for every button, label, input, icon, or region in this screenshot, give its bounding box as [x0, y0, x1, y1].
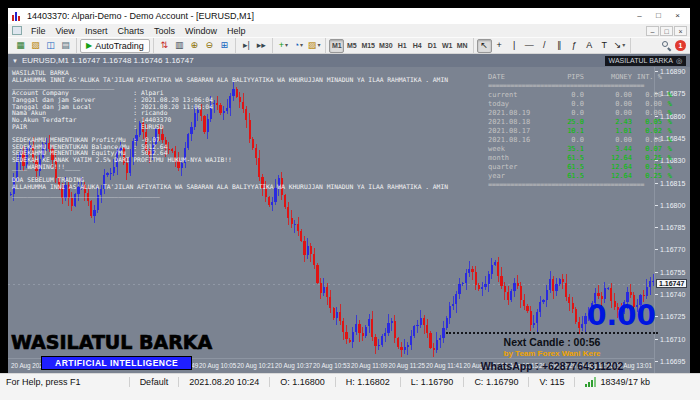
- market-watch-icon[interactable]: ◫: [43, 39, 58, 53]
- tf-mn[interactable]: MN: [455, 39, 470, 53]
- status-low: L: 1.16790: [400, 377, 464, 387]
- stats-row: 2021.08.160.00.000.00%: [488, 136, 676, 145]
- signal-value: 0.00: [446, 302, 658, 329]
- tf-d1[interactable]: D1: [425, 39, 440, 53]
- stats-pips: 35.1: [552, 145, 584, 154]
- zoom-out-icon[interactable]: ⊖: [202, 39, 217, 53]
- team-credit: by Team Forex Wani Kere: [446, 349, 658, 358]
- price-label: 1.16740: [660, 291, 685, 298]
- indicator-badge: WASILATUL BARKA ◎: [605, 56, 686, 66]
- navigator-icon[interactable]: ▤: [58, 39, 73, 53]
- stats-row: month61.512.640.25%: [488, 154, 676, 163]
- stats-pct: 0.00: [632, 109, 662, 118]
- window-titlebar: 14403370: Alpari-Demo - Demo Account - […: [8, 8, 690, 24]
- menu-help[interactable]: Help: [222, 26, 251, 36]
- horizontal-line-icon[interactable]: —: [522, 39, 537, 53]
- new-order-icon[interactable]: ⇅: [157, 39, 172, 53]
- templates-icon[interactable]: ▨▾: [306, 39, 323, 53]
- status-open: O: 1.16800: [269, 377, 335, 387]
- menu-window[interactable]: Window: [180, 26, 222, 36]
- status-volume: V: 115: [528, 377, 574, 387]
- menu-charts[interactable]: Charts: [112, 26, 149, 36]
- arrows-icon[interactable]: ↘▾: [612, 39, 628, 53]
- toolbar-group-drawing: ↖+|—/∥ƒAT↘▾: [474, 38, 632, 53]
- stats-label: today: [488, 100, 552, 109]
- chart-bars-icon[interactable]: ▥: [172, 39, 187, 53]
- autotrading-label: AutoTrading: [95, 41, 144, 51]
- vertical-line-icon[interactable]: |: [507, 39, 522, 53]
- search-icon[interactable]: [662, 41, 671, 50]
- branding: WASILATUL BARKA ARTIFICIAL INTELLIGENCE: [11, 332, 212, 370]
- stats-header: MONEY: [584, 73, 632, 82]
- indicator-badge-icon[interactable]: ◎: [676, 57, 682, 65]
- stats-money: 3.44: [584, 145, 632, 154]
- status-time: 2021.08.20 10:24: [178, 377, 269, 387]
- tf-w1[interactable]: W1: [440, 39, 455, 53]
- chart-menu-triangle-icon[interactable]: ▼: [12, 58, 18, 64]
- tile-windows-icon[interactable]: ⊞: [217, 39, 232, 53]
- zoom-in-icon[interactable]: ⊕: [187, 39, 202, 53]
- desktop: 14403370: Alpari-Demo - Demo Account - […: [0, 0, 700, 400]
- menu-insert[interactable]: Insert: [80, 26, 113, 36]
- chart-menu-icon[interactable]: [12, 26, 22, 35]
- tf-m15[interactable]: M15: [359, 39, 377, 53]
- signal-divider: [446, 332, 658, 334]
- stats-row: quarter61.512.640.25%: [488, 163, 676, 172]
- close-button[interactable]: ×: [669, 10, 686, 22]
- stats-pct: 0.00: [632, 91, 662, 100]
- stats-row: today0.00.000.00%: [488, 100, 676, 109]
- tf-h1[interactable]: H1: [395, 39, 410, 53]
- tf-m1[interactable]: M1: [329, 39, 344, 53]
- toolbar-group-timeframes: M1M5M15M30H1H4D1W1MN: [326, 38, 473, 53]
- maximize-button[interactable]: □: [650, 10, 667, 22]
- tf-m5[interactable]: M5: [344, 39, 359, 53]
- price-label: 1.16800: [660, 202, 685, 209]
- text-label-icon[interactable]: T: [597, 39, 612, 53]
- minimize-button[interactable]: –: [631, 10, 648, 22]
- menu-view[interactable]: View: [51, 26, 80, 36]
- status-traffic: 18349/17 kb: [600, 377, 650, 387]
- step-forward-icon[interactable]: ▸|: [239, 39, 254, 53]
- tf-h4[interactable]: H4: [410, 39, 425, 53]
- chart-title: EURUSD,M1 1.16747 1.16748 1.16746 1.1674…: [22, 56, 194, 65]
- menu-tools[interactable]: Tools: [149, 26, 180, 36]
- indicator-badge-label: WASILATUL BARKA: [609, 57, 673, 64]
- cursor-icon[interactable]: ↖: [477, 39, 492, 53]
- stats-header-spacer: [662, 73, 672, 82]
- stats-pct-sign: %: [662, 163, 672, 172]
- stats-pct: 0.25: [632, 154, 662, 163]
- trendline-icon[interactable]: /: [537, 39, 552, 53]
- child-minimize-button[interactable]: –: [646, 26, 659, 36]
- notification-badge[interactable]: 1: [675, 40, 686, 51]
- menu-file[interactable]: File: [26, 26, 51, 36]
- text-icon[interactable]: A: [582, 39, 597, 53]
- stats-table: DATEPIPSMONEYINT. % ====================…: [488, 73, 676, 190]
- tf-m30[interactable]: M30: [377, 39, 395, 53]
- stats-money: 12.64: [584, 154, 632, 163]
- stats-money: 0.00: [584, 136, 632, 145]
- connection-bars-icon: [585, 377, 596, 387]
- window-title: 14403370: Alpari-Demo - Demo Account - […: [27, 11, 631, 21]
- profiles-icon[interactable]: ▧: [28, 39, 43, 53]
- crosshair-icon[interactable]: +: [492, 39, 507, 53]
- new-chart-icon[interactable]: ▦: [13, 39, 28, 53]
- channel-icon[interactable]: ∥: [552, 39, 567, 53]
- indicators-icon[interactable]: +▾: [276, 39, 291, 53]
- toolbar-group-autotrading: ▶AutoTrading: [77, 38, 154, 53]
- child-restore-button[interactable]: □: [660, 26, 673, 36]
- branding-subtitle: ARTIFICIAL INTELLIGENCE: [41, 356, 192, 370]
- time-label: 20 Aug 10:21: [237, 362, 274, 369]
- periods-icon[interactable]: ◔▾: [291, 39, 306, 53]
- status-help: For Help, press F1: [6, 377, 81, 387]
- account-info-overlay: WASILATUL BARKAALLAHUMMA INNI AS'ALUKA T…: [12, 70, 448, 197]
- stats-money: 12.64: [584, 163, 632, 172]
- child-close-button[interactable]: ×: [674, 26, 687, 36]
- fibonacci-icon[interactable]: ƒ: [567, 39, 582, 53]
- stats-table-rows: current0.00.000.00%today0.00.000.00%2021…: [488, 91, 676, 181]
- toolbar-group-windows: ⇅▥⊕⊖⊞: [154, 38, 236, 53]
- toolbar: ▦▧◫▤▶AutoTrading⇅▥⊕⊖⊞▸|▸▸+▾◔▾▨▾M1M5M15M3…: [8, 37, 690, 54]
- stats-separator-top: ========================================…: [488, 82, 676, 91]
- step-end-icon[interactable]: ▸▸: [254, 39, 269, 53]
- overlay-line: PAIR : EURUSD: [12, 124, 448, 131]
- autotrading-button[interactable]: ▶AutoTrading: [80, 39, 150, 53]
